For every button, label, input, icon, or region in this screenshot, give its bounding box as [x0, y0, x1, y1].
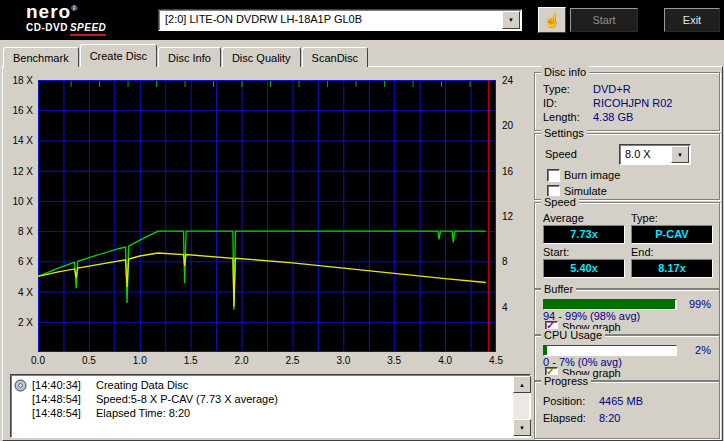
log-time: [14:48:54]: [32, 393, 96, 405]
log-time: [14:40:34]: [32, 379, 96, 391]
average-label: Average: [543, 212, 584, 224]
tab-label: Benchmark: [13, 52, 69, 64]
axis-tick-label: 10 X: [12, 195, 33, 206]
logo-speed: SPEED: [70, 22, 106, 36]
dropdown-arrow-icon[interactable]: ▼: [502, 11, 520, 29]
disc-length-value: 4.38 GB: [593, 111, 633, 123]
buffer-percent: 99%: [677, 298, 711, 310]
axis-tick-label: 4.0: [438, 355, 452, 366]
log-panel: [14:40:34] Creating Data Disc [14:48:54]…: [10, 374, 531, 438]
group-title: CPU Usage: [541, 329, 605, 341]
axis-tick-label: 14 X: [12, 135, 33, 146]
axis-tick-label: 1.0: [133, 355, 147, 366]
axis-tick-label: 16: [502, 165, 513, 176]
registered-mark: ®: [71, 4, 78, 13]
axis-tick-label: 6 X: [18, 256, 33, 267]
logo-cddvd: CD-DVD: [26, 22, 68, 33]
axis-tick-label: 18 X: [12, 75, 33, 86]
write-type-display: P-CAV: [631, 225, 713, 244]
group-disc-info: Disc info Type: DVD+R ID: RICOHJPN R02 L…: [534, 72, 720, 131]
burn-image-checkbox[interactable]: [547, 169, 560, 182]
rotation-speed-line: [38, 253, 486, 307]
group-title: Progress: [541, 375, 591, 387]
axis-tick-label: 3.0: [336, 355, 350, 366]
start-button[interactable]: Start: [570, 8, 638, 32]
tab-scandisc[interactable]: ScanDisc: [302, 47, 368, 67]
start-button-label: Start: [592, 14, 615, 26]
logo-product-text: CD-DVDSPEED: [26, 23, 106, 33]
end-label: End:: [631, 246, 654, 258]
chart-left-axis: 18 X16 X14 X12 X10 X8 X6 X4 X2 X: [2, 80, 35, 352]
app-window: nero® CD-DVDSPEED [2:0] LITE-ON DVDRW LH…: [0, 0, 724, 441]
group-speed: Speed Average Type: 7.73x P-CAV Start: E…: [534, 202, 720, 289]
start-label: Start:: [543, 246, 569, 258]
axis-tick-label: 1.5: [184, 355, 198, 366]
buffer-level-meter: [543, 299, 677, 310]
speed-select-value: 8.0 X: [625, 148, 651, 160]
position-label: Position:: [543, 395, 585, 407]
logo-nero-text: nero®: [26, 2, 106, 21]
tab-label: ScanDisc: [312, 52, 358, 64]
group-title: Speed: [541, 196, 579, 208]
scroll-up-icon: ▲: [519, 382, 525, 388]
disc-length-label: Length:: [543, 111, 580, 123]
scroll-up-button[interactable]: ▲: [513, 376, 531, 393]
scrollbar-track[interactable]: [513, 391, 529, 421]
burn-image-label: Burn image: [564, 169, 620, 181]
chart-x-axis: 0.00.51.01.52.02.53.03.54.04.5: [38, 355, 496, 367]
dropdown-arrow-icon[interactable]: ▼: [671, 146, 689, 163]
hand-pointer-button[interactable]: ☝: [538, 7, 566, 33]
logo-name: nero: [26, 1, 71, 22]
axis-tick-label: 8: [502, 256, 508, 267]
axis-tick-label: 0.5: [82, 355, 96, 366]
app-header: nero® CD-DVDSPEED [2:0] LITE-ON DVDRW LH…: [0, 0, 724, 40]
cpu-usage-fill: [544, 346, 547, 355]
tab-label: Create Disc: [90, 50, 147, 62]
drive-select-value: [2:0] LITE-ON DVDRW LH-18A1P GL0B: [165, 13, 362, 25]
axis-tick-label: 12: [502, 211, 513, 222]
axis-tick-label: 4 X: [18, 286, 33, 297]
tab-benchmark[interactable]: Benchmark: [3, 47, 79, 67]
tab-disc-quality[interactable]: Disc Quality: [222, 47, 301, 67]
hand-pointer-icon: ☝: [543, 12, 560, 28]
axis-tick-label: 4.5: [489, 355, 503, 366]
scroll-down-icon: ▼: [519, 425, 525, 431]
nero-logo: nero® CD-DVDSPEED: [26, 2, 106, 33]
speed-select[interactable]: 8.0 X ▼: [619, 144, 691, 165]
elapsed-label: Elapsed:: [543, 412, 586, 424]
log-time: [14:48:54]: [32, 407, 96, 419]
axis-tick-label: 2 X: [18, 316, 33, 327]
log-text: Speed:5-8 X P-CAV (7.73 X average): [96, 393, 511, 405]
log-row: [14:48:54] Speed:5-8 X P-CAV (7.73 X ave…: [14, 392, 511, 406]
axis-tick-label: 16 X: [12, 105, 33, 116]
axis-tick-label: 8 X: [18, 226, 33, 237]
group-progress: Progress Position: 4465 MB Elapsed: 8:20: [534, 381, 720, 439]
write-speed-line: [38, 231, 486, 310]
disc-id-label: ID:: [543, 97, 557, 109]
tab-label: Disc Info: [168, 52, 211, 64]
elapsed-value: 8:20: [599, 412, 620, 424]
tab-bar: Benchmark Create Disc Disc Info Disc Qua…: [3, 45, 369, 67]
drive-select[interactable]: [2:0] LITE-ON DVDRW LH-18A1P GL0B ▼: [158, 9, 522, 31]
axis-tick-label: 24: [502, 75, 513, 86]
scroll-down-button[interactable]: ▼: [513, 419, 531, 436]
end-speed-display: 8.17x: [631, 259, 713, 278]
buffer-level-fill: [544, 300, 675, 309]
log-row: [14:40:34] Creating Data Disc: [14, 378, 511, 392]
axis-tick-label: 0.0: [31, 355, 45, 366]
cpu-usage-meter: [543, 345, 677, 356]
axis-tick-label: 20: [502, 120, 513, 131]
group-title: Disc info: [541, 66, 589, 78]
start-speed-display: 5.40x: [543, 259, 625, 278]
disc-id-value: RICOHJPN R02: [593, 97, 672, 109]
tab-create-disc[interactable]: Create Disc: [80, 44, 157, 67]
cpu-percent: 2%: [677, 344, 711, 356]
group-title: Buffer: [541, 283, 576, 295]
tab-disc-info[interactable]: Disc Info: [158, 47, 221, 67]
exit-button[interactable]: Exit: [664, 8, 720, 32]
group-title: Settings: [541, 127, 587, 139]
axis-tick-label: 4: [502, 301, 508, 312]
axis-tick-label: 12 X: [12, 165, 33, 176]
log-scrollbar[interactable]: ▲ ▼: [513, 376, 529, 436]
average-speed-display: 7.73x: [543, 225, 625, 244]
